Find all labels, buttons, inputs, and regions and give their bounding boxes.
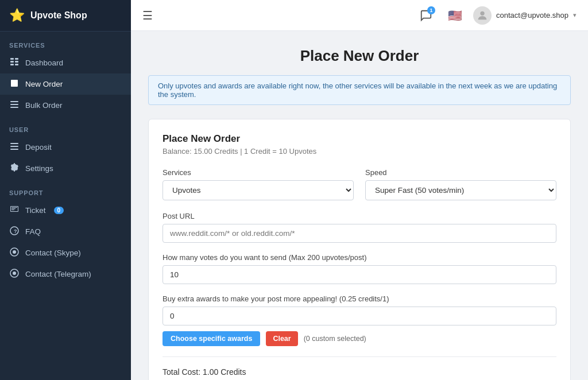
deposit-label: Deposit — [25, 143, 52, 152]
divider — [163, 356, 556, 357]
topbar-right: 1 🇺🇸 contact@upvote.shop ▾ — [416, 5, 577, 26]
speed-label: Speed — [365, 168, 556, 177]
page-content: Place New Order Only upvotes and awards … — [131, 31, 588, 380]
ticket-label: Ticket — [25, 206, 46, 215]
contact-skype-label: Contact (Skype) — [25, 249, 81, 257]
sidebar-section-support: Support Ticket 0 ? FAQ Contact (Skype) C… — [0, 179, 131, 285]
dashboard-label: Dashboard — [25, 59, 63, 67]
post-url-label: Post URL — [163, 212, 556, 220]
chat-button[interactable]: 1 — [416, 5, 436, 26]
services-select[interactable]: Upvotes Downvotes Awards — [163, 180, 354, 200]
order-card-subtitle: Balance: 15.00 Credits | 1 Credit = 10 U… — [163, 147, 556, 156]
bulk-order-icon — [9, 100, 20, 111]
language-selector[interactable]: 🇺🇸 — [444, 5, 465, 26]
order-card: Place New Order Balance: 15.00 Credits |… — [148, 119, 571, 380]
svg-rect-6 — [10, 101, 18, 102]
awards-actions-row: Choose specific awards Clear (0 custom s… — [163, 331, 556, 346]
services-group: Services Upvotes Downvotes Awards — [163, 168, 354, 200]
flag-icon: 🇺🇸 — [448, 9, 462, 22]
ticket-icon — [9, 205, 20, 216]
svg-point-18 — [480, 11, 484, 15]
sidebar-item-contact-telegram[interactable]: Contact (Telegram) — [0, 263, 131, 285]
sidebar-item-contact-skype[interactable]: Contact (Skype) — [0, 242, 131, 263]
svg-rect-2 — [10, 64, 14, 65]
sidebar-item-deposit[interactable]: Deposit — [0, 137, 131, 158]
votes-group: How many votes do you want to send (Max … — [163, 253, 556, 284]
topbar: ☰ 1 🇺🇸 contact@upvote.shop ▾ — [131, 0, 588, 31]
deposit-icon — [9, 142, 20, 153]
section-label-user: User — [0, 116, 131, 137]
svg-rect-0 — [10, 58, 14, 60]
skype-icon — [9, 247, 20, 258]
sidebar-section-user: User Deposit Settings — [0, 116, 131, 179]
svg-text:?: ? — [14, 228, 17, 234]
svg-rect-7 — [10, 104, 18, 105]
sidebar-item-ticket[interactable]: Ticket 0 — [0, 200, 131, 221]
total-cost: Total Cost: 1.00 Credits — [163, 367, 556, 377]
votes-input[interactable] — [163, 265, 556, 284]
sidebar-item-faq[interactable]: ? FAQ — [0, 221, 131, 242]
topbar-left: ☰ — [142, 9, 153, 22]
sidebar-logo[interactable]: ⭐ Upvote Shop — [0, 0, 131, 32]
sidebar-section-services: Services Dashboard New Order Bulk Order — [0, 32, 131, 116]
svg-rect-8 — [10, 107, 18, 108]
speed-select[interactable]: Super Fast (50 votes/min) Fast (25 votes… — [365, 180, 556, 200]
page-title: Place New Order — [148, 47, 571, 65]
svg-rect-5 — [15, 64, 18, 65]
ticket-badge: 0 — [54, 207, 64, 214]
services-speed-row: Services Upvotes Downvotes Awards Speed … — [163, 168, 556, 200]
svg-rect-9 — [10, 143, 18, 144]
speed-group: Speed Super Fast (50 votes/min) Fast (25… — [365, 168, 556, 200]
votes-label: How many votes do you want to send (Max … — [163, 253, 556, 262]
avatar — [473, 6, 492, 25]
awards-input[interactable] — [163, 307, 556, 325]
faq-icon: ? — [9, 226, 20, 237]
chat-notification-badge: 1 — [427, 6, 435, 14]
awards-note: (0 custom selected) — [304, 335, 366, 343]
settings-icon — [9, 163, 20, 174]
menu-toggle-button[interactable]: ☰ — [142, 9, 153, 22]
settings-label: Settings — [25, 164, 53, 173]
user-menu[interactable]: contact@upvote.shop ▾ — [473, 6, 577, 25]
bulk-order-label: Bulk Order — [25, 101, 63, 110]
svg-rect-10 — [10, 146, 18, 147]
sidebar: ⭐ Upvote Shop Services Dashboard New Ord… — [0, 0, 131, 380]
section-label-services: Services — [0, 32, 131, 52]
svg-rect-4 — [15, 61, 18, 63]
telegram-icon — [9, 269, 20, 280]
info-banner: Only upvotes and awards are available ri… — [148, 75, 571, 105]
main-content: ☰ 1 🇺🇸 contact@upvote.shop ▾ Place New O… — [131, 0, 588, 380]
awards-group: Buy extra awards to make your post more … — [163, 294, 556, 325]
sidebar-item-dashboard[interactable]: Dashboard — [0, 52, 131, 73]
post-url-input[interactable] — [163, 224, 556, 243]
sidebar-item-new-order[interactable]: New Order — [0, 73, 131, 95]
clear-button[interactable]: Clear — [266, 331, 297, 346]
svg-rect-1 — [10, 61, 14, 63]
new-order-icon — [9, 79, 20, 90]
sidebar-item-bulk-order[interactable]: Bulk Order — [0, 95, 131, 116]
sidebar-item-settings[interactable]: Settings — [0, 158, 131, 179]
svg-rect-11 — [10, 149, 18, 150]
user-menu-chevron-icon: ▾ — [573, 11, 577, 19]
section-label-support: Support — [0, 179, 131, 200]
contact-telegram-label: Contact (Telegram) — [25, 270, 91, 278]
dashboard-icon — [9, 57, 20, 68]
new-order-label: New Order — [25, 80, 63, 88]
awards-label: Buy extra awards to make your post more … — [163, 294, 556, 303]
order-card-title: Place New Order — [163, 133, 556, 145]
post-url-group: Post URL — [163, 212, 556, 243]
svg-rect-3 — [15, 58, 18, 60]
faq-label: FAQ — [25, 227, 41, 236]
svg-point-17 — [13, 272, 16, 275]
svg-point-15 — [13, 250, 16, 254]
logo-icon: ⭐ — [9, 8, 25, 23]
services-label: Services — [163, 168, 354, 177]
user-email: contact@upvote.shop — [496, 11, 568, 20]
logo-text: Upvote Shop — [30, 10, 87, 21]
choose-awards-button[interactable]: Choose specific awards — [163, 331, 260, 346]
